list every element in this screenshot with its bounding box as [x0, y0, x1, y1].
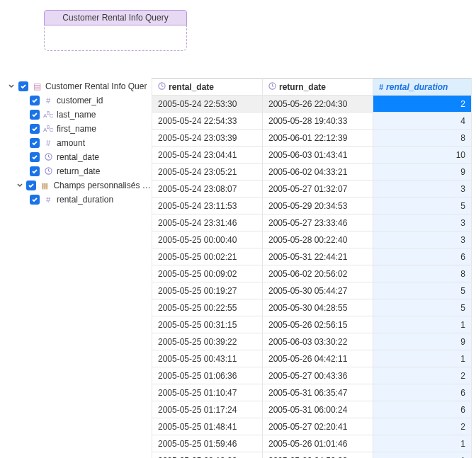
- chevron-down-icon[interactable]: [7, 82, 16, 91]
- cell-rental-duration[interactable]: 4: [373, 113, 471, 130]
- table-row[interactable]: 2005-05-24 22:54:332005-05-28 19:40:334: [152, 113, 472, 130]
- tree-column-row[interactable]: #rental_duration: [4, 193, 152, 207]
- cell-rental-date[interactable]: 2005-05-24 22:54:33: [152, 113, 263, 130]
- cell-return-date[interactable]: 2005-05-27 02:20:41: [262, 418, 373, 435]
- cell-return-date[interactable]: 2005-06-03 03:30:22: [262, 333, 373, 350]
- cell-return-date[interactable]: 2005-05-26 04:52:23: [262, 452, 373, 459]
- tree-column-row[interactable]: ABClast_name: [4, 108, 152, 122]
- tree-column-row[interactable]: rental_date: [4, 150, 152, 164]
- cell-rental-duration[interactable]: 6: [373, 248, 471, 265]
- cell-rental-date[interactable]: 2005-05-25 01:06:36: [152, 367, 263, 384]
- cell-rental-date[interactable]: 2005-05-25 00:22:55: [152, 299, 263, 316]
- cell-rental-date[interactable]: 2005-05-24 23:31:46: [152, 214, 263, 231]
- table-row[interactable]: 2005-05-25 02:19:232005-05-26 04:52:231: [152, 452, 472, 459]
- cell-rental-duration[interactable]: 2: [373, 96, 471, 113]
- table-row[interactable]: 2005-05-25 00:22:552005-05-30 04:28:555: [152, 299, 472, 316]
- cell-rental-duration[interactable]: 1: [373, 316, 471, 333]
- cell-rental-duration[interactable]: 6: [373, 384, 471, 401]
- table-row[interactable]: 2005-05-25 00:09:022005-06-02 20:56:028: [152, 265, 472, 282]
- chevron-down-icon[interactable]: [16, 181, 23, 190]
- cell-rental-date[interactable]: 2005-05-25 01:17:24: [152, 401, 263, 418]
- cell-rental-duration[interactable]: 9: [373, 164, 471, 181]
- cell-rental-date[interactable]: 2005-05-25 01:48:41: [152, 418, 263, 435]
- table-row[interactable]: 2005-05-25 00:00:402005-05-28 00:22:403: [152, 231, 472, 248]
- cell-rental-duration[interactable]: 1: [373, 452, 471, 459]
- cell-rental-date[interactable]: 2005-05-24 23:08:07: [152, 181, 263, 197]
- checkbox-checked-icon[interactable]: [30, 124, 40, 134]
- data-grid[interactable]: rental_date return_date # rental_duratio…: [152, 78, 472, 458]
- tree-column-row[interactable]: #customer_id: [4, 93, 152, 108]
- cell-return-date[interactable]: 2005-05-26 04:42:11: [262, 350, 373, 367]
- cell-rental-date[interactable]: 2005-05-25 01:10:47: [152, 384, 263, 401]
- table-row[interactable]: 2005-05-25 00:02:212005-05-31 22:44:216: [152, 248, 472, 265]
- cell-rental-date[interactable]: 2005-05-25 00:31:15: [152, 316, 263, 333]
- cell-return-date[interactable]: 2005-05-29 20:34:53: [262, 197, 373, 214]
- cell-return-date[interactable]: 2005-06-02 20:56:02: [262, 265, 373, 282]
- cell-return-date[interactable]: 2005-05-26 22:04:30: [262, 96, 373, 113]
- cell-return-date[interactable]: 2005-06-03 01:43:41: [262, 147, 373, 164]
- table-row[interactable]: 2005-05-24 23:03:392005-06-01 22:12:398: [152, 130, 472, 147]
- cell-rental-date[interactable]: 2005-05-25 00:39:22: [152, 333, 263, 350]
- tree-column-row[interactable]: #amount: [4, 136, 152, 150]
- table-row[interactable]: 2005-05-24 22:53:302005-05-26 22:04:302: [152, 96, 472, 113]
- cell-rental-duration[interactable]: 2: [373, 418, 471, 435]
- table-row[interactable]: 2005-05-25 01:17:242005-05-31 06:00:246: [152, 401, 472, 418]
- cell-rental-date[interactable]: 2005-05-25 00:09:02: [152, 265, 263, 282]
- cell-return-date[interactable]: 2005-06-02 04:33:21: [262, 164, 373, 181]
- cell-rental-duration[interactable]: 10: [373, 147, 471, 164]
- cell-rental-date[interactable]: 2005-05-24 22:53:30: [152, 96, 263, 113]
- table-row[interactable]: 2005-05-25 01:10:472005-05-31 06:35:476: [152, 384, 472, 401]
- cell-rental-duration[interactable]: 5: [373, 282, 471, 299]
- table-row[interactable]: 2005-05-25 00:31:152005-05-26 02:56:151: [152, 316, 472, 333]
- cell-rental-duration[interactable]: 5: [373, 197, 471, 214]
- checkbox-checked-icon[interactable]: [30, 110, 40, 120]
- table-row[interactable]: 2005-05-25 01:48:412005-05-27 02:20:412: [152, 418, 472, 435]
- cell-rental-duration[interactable]: 2: [373, 367, 471, 384]
- cell-rental-date[interactable]: 2005-05-25 00:19:27: [152, 282, 263, 299]
- cell-rental-date[interactable]: 2005-05-25 02:19:23: [152, 452, 263, 459]
- checkbox-checked-icon[interactable]: [30, 138, 40, 148]
- table-row[interactable]: 2005-05-24 23:04:412005-06-03 01:43:4110: [152, 147, 472, 164]
- checkbox-checked-icon[interactable]: [30, 195, 40, 205]
- tree-column-row[interactable]: ABCfirst_name: [4, 122, 152, 136]
- cell-rental-date[interactable]: 2005-05-24 23:11:53: [152, 197, 263, 214]
- cell-rental-duration[interactable]: 8: [373, 130, 471, 147]
- table-row[interactable]: 2005-05-24 23:31:462005-05-27 23:33:463: [152, 214, 472, 231]
- cell-return-date[interactable]: 2005-05-31 06:00:24: [262, 401, 373, 418]
- tree-group-row[interactable]: ▦ Champs personnalisés (1/1: [4, 178, 152, 193]
- checkbox-checked-icon[interactable]: [30, 166, 40, 176]
- cell-rental-duration[interactable]: 3: [373, 231, 471, 248]
- cell-rental-date[interactable]: 2005-05-25 00:43:11: [152, 350, 263, 367]
- cell-rental-duration[interactable]: 6: [373, 401, 471, 418]
- table-row[interactable]: 2005-05-24 23:11:532005-05-29 20:34:535: [152, 197, 472, 214]
- cell-return-date[interactable]: 2005-05-26 01:01:46: [262, 435, 373, 452]
- table-row[interactable]: 2005-05-24 23:08:072005-05-27 01:32:073: [152, 181, 472, 197]
- cell-rental-duration[interactable]: 3: [373, 214, 471, 231]
- cell-return-date[interactable]: 2005-05-31 22:44:21: [262, 248, 373, 265]
- cell-rental-date[interactable]: 2005-05-25 01:59:46: [152, 435, 263, 452]
- column-header-rental-date[interactable]: rental_date: [152, 79, 263, 96]
- cell-return-date[interactable]: 2005-05-27 00:43:36: [262, 367, 373, 384]
- table-row[interactable]: 2005-05-25 00:43:112005-05-26 04:42:111: [152, 350, 472, 367]
- query-node-title[interactable]: Customer Rental Info Query: [44, 10, 187, 25]
- checkbox-checked-icon[interactable]: [30, 152, 40, 162]
- cell-rental-duration[interactable]: 3: [373, 181, 471, 197]
- cell-return-date[interactable]: 2005-05-26 02:56:15: [262, 316, 373, 333]
- cell-return-date[interactable]: 2005-05-27 23:33:46: [262, 214, 373, 231]
- table-row[interactable]: 2005-05-25 01:59:462005-05-26 01:01:461: [152, 435, 472, 452]
- query-node[interactable]: Customer Rental Info Query: [44, 10, 187, 51]
- checkbox-checked-icon[interactable]: [18, 81, 28, 91]
- cell-return-date[interactable]: 2005-05-30 05:44:27: [262, 282, 373, 299]
- column-header-rental-duration[interactable]: # rental_duration: [373, 79, 471, 96]
- table-row[interactable]: 2005-05-25 01:06:362005-05-27 00:43:362: [152, 367, 472, 384]
- cell-rental-duration[interactable]: 1: [373, 435, 471, 452]
- table-row[interactable]: 2005-05-25 00:39:222005-06-03 03:30:229: [152, 333, 472, 350]
- cell-return-date[interactable]: 2005-06-01 22:12:39: [262, 130, 373, 147]
- cell-return-date[interactable]: 2005-05-30 04:28:55: [262, 299, 373, 316]
- cell-return-date[interactable]: 2005-05-28 19:40:33: [262, 113, 373, 130]
- checkbox-checked-icon[interactable]: [30, 96, 40, 105]
- cell-rental-date[interactable]: 2005-05-24 23:04:41: [152, 147, 263, 164]
- cell-rental-date[interactable]: 2005-05-24 23:05:21: [152, 164, 263, 181]
- tree-column-row[interactable]: return_date: [4, 164, 152, 178]
- table-row[interactable]: 2005-05-25 00:19:272005-05-30 05:44:275: [152, 282, 472, 299]
